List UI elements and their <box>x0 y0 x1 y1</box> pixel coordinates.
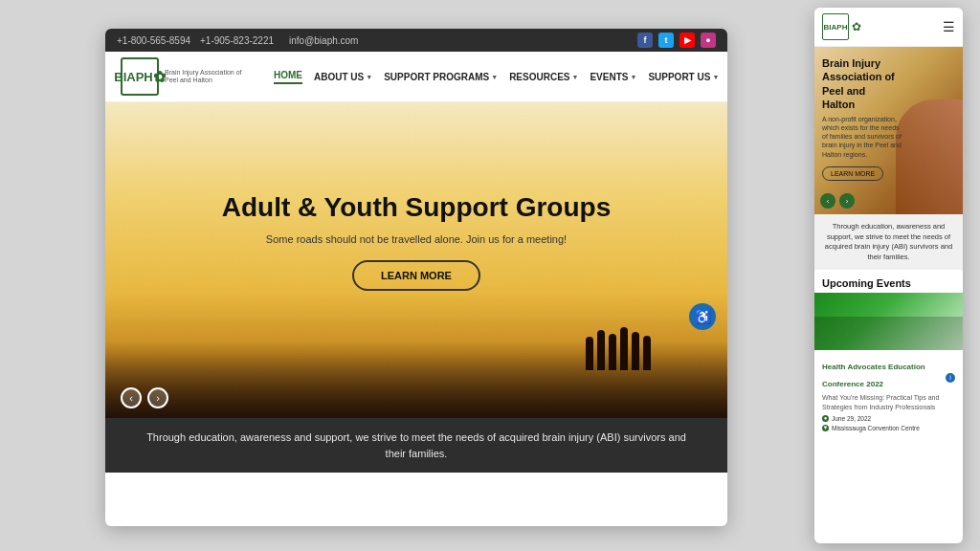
mobile-hero-hand-image <box>896 99 963 214</box>
nav-support-us[interactable]: SUPPORT US ▼ <box>648 72 719 82</box>
mobile-hero-next-button[interactable]: › <box>839 193 855 209</box>
mobile-logo-flower-icon: ✿ <box>852 20 861 33</box>
logo-box: BIAPH ✿ <box>121 57 159 96</box>
mobile-org-description: A non-profit organization, which exists … <box>822 115 903 158</box>
hero-cta-button[interactable]: LEARN MORE <box>352 260 480 291</box>
silhouette-5 <box>632 332 639 370</box>
logo-text: Brain Injury Association of Peel and Hal… <box>165 69 255 83</box>
mobile-event-info: Health Advocates Education Conference 20… <box>814 350 963 437</box>
silhouette-group <box>586 327 651 370</box>
twitter-icon[interactable]: t <box>658 33 674 48</box>
mobile-logo-icon: BIAPH <box>822 13 849 40</box>
silhouette-3 <box>609 334 616 370</box>
top-contact-bar: +1-800-565-8594 +1-905-823-2221 info@bia… <box>105 29 727 52</box>
nav-resources[interactable]: RESOURCES ▼ <box>509 72 578 82</box>
nav-support-programs[interactable]: SUPPORT PROGRAMS ▼ <box>384 72 498 82</box>
mobile-event-subtitle: What You're Missing: Practical Tips and … <box>822 393 955 412</box>
mobile-event-date: ● June 29, 2022 <box>822 415 955 422</box>
silhouette-6 <box>643 336 651 370</box>
mobile-hero-cta-button[interactable]: LEARN MORE <box>822 166 883 181</box>
logo[interactable]: BIAPH ✿ Brain Injury Association of Peel… <box>121 57 255 96</box>
screen-wrapper: +1-800-565-8594 +1-905-823-2221 info@bia… <box>0 0 980 551</box>
mobile-menu-icon[interactable]: ☰ <box>943 19 955 34</box>
hero-section: Adult & Youth Support Groups Some roads … <box>105 102 727 418</box>
silhouette-1 <box>586 337 593 370</box>
bottom-mission-banner: Through education, awareness and support… <box>105 418 727 473</box>
mobile-hero-prev-button[interactable]: ‹ <box>820 193 835 209</box>
mobile-hero-section: Brain Injury Association of Peel and Hal… <box>814 47 963 214</box>
mobile-mission-section: Through education, awareness and support… <box>814 214 963 270</box>
mobile-event-badge: i <box>946 373 955 383</box>
logo-subtitle: Brain Injury Association of Peel and Hal… <box>165 69 255 83</box>
nav-about[interactable]: ABOUT US ▼ <box>314 72 372 82</box>
silhouette-2 <box>597 330 605 370</box>
social-links[interactable]: f t ▶ ● <box>637 33 716 48</box>
youtube-icon[interactable]: ▶ <box>679 33 695 48</box>
mobile-event-image <box>814 293 963 350</box>
main-browser-window: +1-800-565-8594 +1-905-823-2221 info@bia… <box>105 29 727 526</box>
accessibility-icon[interactable]: ♿ <box>689 303 716 330</box>
email-address: info@biaph.com <box>289 35 622 46</box>
phone-2: +1-905-823-2221 <box>200 35 274 46</box>
mobile-upcoming-events: Upcoming Events Health Advocates Educati… <box>814 270 963 437</box>
hero-content: Adult & Youth Support Groups Some roads … <box>165 191 668 291</box>
nav-bar: BIAPH ✿ Brain Injury Association of Peel… <box>105 52 727 102</box>
hero-next-button[interactable]: › <box>147 387 168 408</box>
mobile-browser-window: BIAPH ✿ ☰ Brain Injury Association of Pe… <box>814 8 963 543</box>
mobile-hero-navigation: ‹ › <box>820 193 855 209</box>
phone-1: +1-800-565-8594 <box>117 35 190 46</box>
mobile-nav-bar: BIAPH ✿ ☰ <box>814 8 963 47</box>
nav-home[interactable]: HOME <box>274 70 302 84</box>
hero-prev-button[interactable]: ‹ <box>121 387 142 408</box>
mobile-events-title: Upcoming Events <box>814 270 963 293</box>
mobile-event-tables-bg <box>814 317 963 350</box>
facebook-icon[interactable]: f <box>637 33 653 48</box>
instagram-icon[interactable]: ● <box>701 33 716 48</box>
logo-flower-icon: ✿ <box>153 68 166 86</box>
hero-navigation: ‹ › <box>121 387 168 408</box>
location-icon: ▼ <box>822 425 829 431</box>
nav-events[interactable]: EVENTS ▼ <box>590 72 636 82</box>
mobile-hero-title: Brain Injury Association of Peel and Hal… <box>822 56 899 111</box>
mobile-logo[interactable]: BIAPH ✿ <box>822 13 861 40</box>
calendar-icon: ● <box>822 415 829 422</box>
silhouette-4 <box>620 327 628 370</box>
phone-numbers: +1-800-565-8594 +1-905-823-2221 <box>117 35 274 46</box>
hero-title: Adult & Youth Support Groups <box>222 191 611 224</box>
mobile-event-name: Health Advocates Education Conference 20… <box>822 356 955 390</box>
mobile-event-location: ▼ Mississauga Convention Centre <box>822 425 955 431</box>
hero-subtitle: Some roads should not be travelled alone… <box>222 233 611 245</box>
mobile-hero-content: Brain Injury Association of Peel and Hal… <box>822 56 903 181</box>
nav-links: HOME ABOUT US ▼ SUPPORT PROGRAMS ▼ RESOU… <box>274 70 727 84</box>
